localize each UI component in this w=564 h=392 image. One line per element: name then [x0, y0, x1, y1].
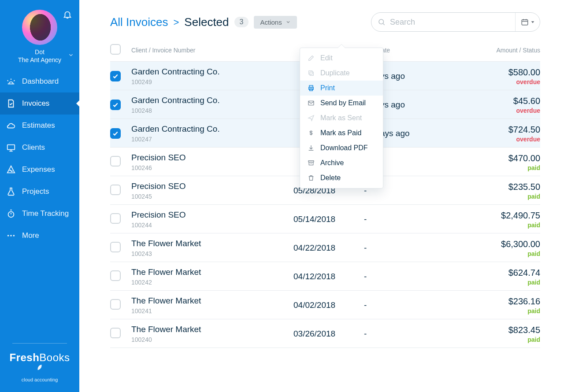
invoice-number: 100246	[131, 164, 293, 171]
sidebar-item-clients[interactable]: Clients	[0, 137, 79, 159]
row-checkbox[interactable]	[110, 71, 121, 81]
menu-item-edit: Edit	[300, 51, 383, 66]
row-checkbox[interactable]	[110, 299, 121, 310]
sidebar-item-more[interactable]: More	[0, 225, 79, 247]
select-all-checkbox[interactable]	[110, 44, 121, 55]
row-checkbox[interactable]	[110, 156, 121, 166]
menu-label: Mark as Paid	[320, 129, 361, 137]
nav-label: Time Tracking	[22, 209, 69, 218]
invoice-number: 100240	[131, 336, 293, 343]
menu-item-download-pdf[interactable]: Download PDF	[300, 141, 383, 155]
status-badge: paid	[452, 164, 540, 171]
row-checkbox[interactable]	[110, 242, 121, 252]
selected-label: Selected	[184, 15, 229, 29]
user-name: Dot	[0, 48, 79, 55]
col-client[interactable]: Client / Invoice Number	[131, 47, 293, 54]
menu-item-mark-as-paid[interactable]: Mark as Paid	[300, 126, 383, 141]
table-row[interactable]: The Flower Market10024003/26/2018-$823.4…	[110, 319, 540, 348]
invoice-icon	[6, 99, 16, 108]
sidebar-item-expenses[interactable]: Expenses	[0, 159, 79, 181]
row-checkbox[interactable]	[110, 128, 121, 139]
issued-date: 04/12/2018	[293, 272, 364, 281]
amount: $6,300.00	[452, 239, 540, 249]
calendar-icon	[521, 18, 529, 26]
invoice-number: 100245	[131, 193, 293, 200]
actions-menu: EditDuplicatePrintSend by EmailMark as S…	[300, 48, 383, 189]
page-title-link[interactable]: All Invoices	[110, 15, 168, 29]
profile-block[interactable]: Dot The Ant Agency	[0, 0, 79, 66]
row-checkbox[interactable]	[110, 270, 121, 281]
due-date: -	[364, 243, 452, 253]
svg-rect-16	[522, 20, 528, 25]
menu-item-print[interactable]: Print	[300, 81, 383, 96]
amount: $724.50	[452, 125, 540, 135]
actions-button[interactable]: Actions	[254, 16, 297, 29]
client-name: The Flower Market	[131, 296, 293, 306]
row-checkbox[interactable]	[110, 100, 121, 110]
menu-item-archive[interactable]: Archive	[300, 155, 383, 170]
sunrise-icon	[6, 77, 16, 86]
status-badge: paid	[452, 222, 540, 229]
menu-icon	[307, 159, 315, 166]
issued-date: 03/26/2018	[293, 329, 364, 339]
row-checkbox[interactable]	[110, 185, 121, 195]
row-checkbox[interactable]	[110, 213, 121, 224]
amount: $823.45	[452, 325, 540, 335]
client-name: The Flower Market	[131, 325, 293, 334]
client-name: Precision SEO	[131, 181, 293, 191]
menu-item-delete[interactable]: Delete	[300, 170, 383, 185]
client-name: Precision SEO	[131, 153, 293, 163]
menu-label: Mark as Sent	[320, 114, 362, 122]
nav-label: Clients	[22, 143, 45, 152]
table-row[interactable]: Precision SEO10024405/14/2018-$2,490.75p…	[110, 205, 540, 233]
table-row[interactable]: The Flower Market10024304/22/2018-$6,300…	[110, 233, 540, 262]
col-amount[interactable]: Amount / Status	[452, 47, 540, 54]
menu-label: Edit	[320, 54, 333, 62]
issued-date: 04/02/2018	[293, 300, 364, 310]
sidebar-item-estimates[interactable]: Estimates	[0, 115, 79, 137]
sidebar-item-invoices[interactable]: Invoices	[0, 92, 79, 115]
svg-rect-28	[308, 161, 314, 162]
row-checkbox[interactable]	[110, 328, 121, 338]
sidebar-footer: FreshBooks cloud accounting	[0, 343, 79, 392]
table-row[interactable]: The Flower Market10024104/02/2018-$236.1…	[110, 291, 540, 319]
invoice-number: 100241	[131, 307, 293, 314]
nav-label: Dashboard	[22, 77, 59, 86]
search-input[interactable]	[390, 18, 509, 27]
status-badge: paid	[452, 336, 540, 343]
svg-point-7	[11, 171, 12, 172]
nav-label: Estimates	[22, 121, 55, 130]
menu-label: Delete	[320, 174, 341, 182]
invoice-number: 100244	[131, 222, 293, 229]
date-filter-button[interactable]	[515, 13, 540, 31]
nav-label: Invoices	[22, 99, 49, 108]
svg-point-11	[7, 235, 9, 237]
breadcrumb-chevron: >	[174, 17, 179, 28]
menu-item-send-by-email[interactable]: Send by Email	[300, 96, 383, 111]
invoice-number: 100242	[131, 279, 293, 286]
status-badge: overdue	[452, 107, 540, 114]
svg-point-14	[379, 19, 384, 24]
amount: $470.00	[452, 153, 540, 163]
client-name: Precision SEO	[131, 210, 293, 220]
status-badge: paid	[452, 307, 540, 314]
menu-label: Print	[320, 84, 335, 92]
menu-icon	[307, 55, 315, 62]
sidebar-item-time-tracking[interactable]: Time Tracking	[0, 203, 79, 225]
invoice-number: 100249	[131, 78, 293, 85]
amount: $235.50	[452, 182, 540, 192]
menu-label: Archive	[320, 159, 344, 167]
client-name: The Flower Market	[131, 267, 293, 277]
status-badge: paid	[452, 279, 540, 286]
nav-label: Projects	[22, 187, 49, 196]
dots-icon	[6, 231, 16, 240]
table-row[interactable]: The Flower Market10024204/12/2018-$624.7…	[110, 262, 540, 291]
svg-rect-21	[310, 72, 313, 75]
chevron-down-icon	[286, 19, 291, 25]
sidebar-item-projects[interactable]: Projects	[0, 181, 79, 203]
sidebar-item-dashboard[interactable]: Dashboard	[0, 70, 79, 92]
agency-name: The Ant Agency	[0, 56, 79, 63]
issued-date: 04/22/2018	[293, 243, 364, 253]
nav-label: More	[22, 231, 39, 240]
due-date: -	[364, 272, 452, 281]
